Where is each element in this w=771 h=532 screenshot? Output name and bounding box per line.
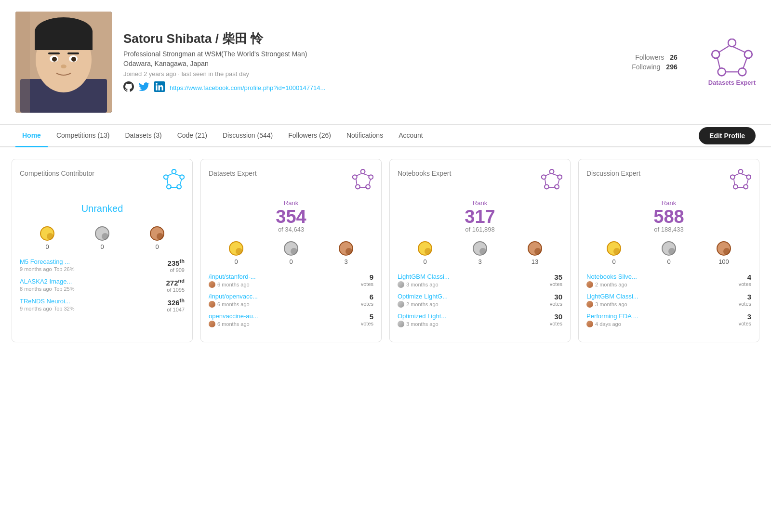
entry-name[interactable]: Optimized Light... xyxy=(398,312,489,320)
svg-point-67 xyxy=(425,248,431,255)
entry-name[interactable]: Performing EDA ... xyxy=(586,312,678,320)
entry-item: LightGBM Classi... 3 months ago 3 votes xyxy=(586,293,751,308)
entry-name[interactable]: /input/openvacc... xyxy=(209,293,300,300)
followers-row: Followers 26 xyxy=(635,53,677,61)
card-icon xyxy=(541,169,562,192)
entry-medal-bronze xyxy=(209,321,215,327)
edit-profile-button[interactable]: Edit Profile xyxy=(699,127,756,144)
svg-point-76 xyxy=(731,175,735,179)
card-title: Notebooks Expert xyxy=(398,169,451,179)
svg-rect-10 xyxy=(48,52,60,54)
card-title: Datasets Expert xyxy=(209,169,257,179)
entry-item: TReNDS Neuroi... 9 months ago Top 32% 32… xyxy=(20,298,185,312)
svg-point-51 xyxy=(236,248,242,255)
svg-point-44 xyxy=(353,175,357,179)
entry-name[interactable]: Optimize LightG... xyxy=(398,293,489,300)
svg-point-42 xyxy=(366,185,370,189)
svg-line-62 xyxy=(558,179,559,185)
svg-point-8 xyxy=(52,57,57,62)
svg-rect-5 xyxy=(35,31,93,50)
entry-item: /input/stanford-... 6 months ago 9 votes xyxy=(209,273,373,288)
svg-point-35 xyxy=(47,233,53,240)
profile-url[interactable]: https://www.facebook.com/profile.php?id=… xyxy=(170,84,325,91)
entry-medal-bronze xyxy=(586,321,593,327)
entry-item: ALASKA2 Image... 8 months ago Top 25% 27… xyxy=(20,278,185,293)
nav-discussion[interactable]: Discussion (544) xyxy=(216,125,279,147)
svg-line-81 xyxy=(734,174,739,176)
entry-name[interactable]: Notebooks Silve... xyxy=(586,273,678,280)
nav-home[interactable]: Home xyxy=(15,125,48,147)
entry-name[interactable]: M5 Forecasting ... xyxy=(20,258,111,265)
entry-name[interactable]: LightGBM Classi... xyxy=(398,273,489,280)
svg-point-75 xyxy=(733,185,738,189)
svg-line-49 xyxy=(357,174,361,176)
entry-name[interactable]: openvaccine-au... xyxy=(209,312,300,320)
svg-line-48 xyxy=(356,179,357,185)
profile-title: Professional Strongman at WSM(The World'… xyxy=(123,50,605,58)
svg-line-32 xyxy=(167,179,168,185)
svg-point-72 xyxy=(739,169,743,174)
entry-list: /input/stanford-... 6 months ago 9 votes xyxy=(209,273,373,327)
svg-point-53 xyxy=(291,248,297,255)
github-icon[interactable] xyxy=(123,81,134,94)
rank-value: 588 xyxy=(586,208,751,226)
svg-point-69 xyxy=(479,248,486,255)
entry-medal-bronze xyxy=(209,301,215,308)
rank-label: Rank xyxy=(398,199,562,207)
nav-followers[interactable]: Followers (26) xyxy=(281,125,338,147)
entry-item: LightGBM Classi... 3 months ago 35 votes xyxy=(398,273,562,288)
card-1: Datasets Expert Rank 354 of 34,643 0 xyxy=(200,159,382,342)
entry-item: M5 Forecasting ... 9 months ago Top 26% … xyxy=(20,258,185,273)
svg-point-40 xyxy=(361,169,365,174)
rank-label: Rank xyxy=(586,199,751,207)
medal-gold: 0 xyxy=(40,226,55,250)
svg-rect-13 xyxy=(15,12,30,113)
svg-line-45 xyxy=(363,174,369,176)
followers-label: Followers xyxy=(635,53,664,61)
nav-datasets[interactable]: Datasets (3) xyxy=(118,125,168,147)
nav-account[interactable]: Account xyxy=(392,125,430,147)
linkedin-icon[interactable] xyxy=(154,81,165,94)
card-title: Competitions Contributor xyxy=(20,169,94,179)
entry-medal-bronze xyxy=(586,281,593,288)
nav-competitions[interactable]: Competitions (13) xyxy=(50,125,117,147)
svg-rect-11 xyxy=(67,52,79,54)
svg-point-87 xyxy=(723,248,730,255)
svg-point-57 xyxy=(558,175,562,179)
svg-line-20 xyxy=(743,58,747,68)
svg-point-26 xyxy=(177,185,181,189)
entry-list: LightGBM Classi... 3 months ago 35 votes xyxy=(398,273,562,327)
nav-notifications[interactable]: Notifications xyxy=(340,125,390,147)
cards-grid: Competitions Contributor Unranked 0 0 xyxy=(0,147,771,354)
svg-point-60 xyxy=(542,175,546,179)
svg-point-14 xyxy=(728,39,736,46)
entry-name[interactable]: /input/stanford-... xyxy=(209,273,300,280)
avatar xyxy=(15,12,112,113)
nav-code[interactable]: Code (21) xyxy=(171,125,214,147)
svg-point-39 xyxy=(157,233,163,240)
svg-line-22 xyxy=(718,58,720,68)
svg-point-71 xyxy=(534,248,541,255)
entry-name[interactable]: ALASKA2 Image... xyxy=(20,278,111,285)
profile-location: Odawara, Kanagawa, Japan xyxy=(123,60,605,67)
medals: 0 3 13 xyxy=(398,241,562,265)
svg-point-15 xyxy=(744,50,752,58)
medal-silver: 0 xyxy=(94,226,110,250)
svg-line-33 xyxy=(168,174,173,176)
rank-total: of 188,433 xyxy=(586,226,751,233)
profile-header: Satoru Shibata / 柴田 怜 Professional Stron… xyxy=(0,0,771,125)
card-2: Notebooks Expert Rank 317 of 161,898 0 xyxy=(389,159,571,342)
datasets-expert-badge: Datasets Expert xyxy=(708,39,756,86)
twitter-icon[interactable] xyxy=(139,81,149,94)
entry-item: /input/openvacc... 6 months ago 6 votes xyxy=(209,293,373,308)
entry-name[interactable]: TReNDS Neuroi... xyxy=(20,298,111,305)
entry-medal-silver xyxy=(398,281,404,288)
medals: 0 0 3 xyxy=(209,241,373,265)
svg-line-65 xyxy=(545,174,550,176)
medal-bronze: 0 xyxy=(149,226,165,250)
entry-medal-silver xyxy=(398,301,404,308)
medal-bronze: 3 xyxy=(338,241,354,265)
badge-label: Datasets Expert xyxy=(708,79,756,86)
svg-point-28 xyxy=(164,175,168,179)
entry-name[interactable]: LightGBM Classi... xyxy=(586,293,678,300)
